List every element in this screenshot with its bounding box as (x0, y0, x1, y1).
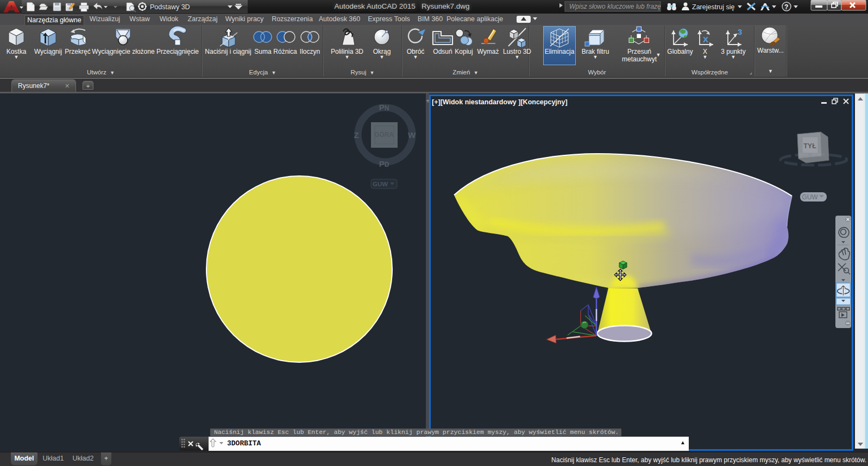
svg-text:?: ? (784, 3, 788, 11)
svg-text:W: W (408, 130, 416, 140)
svg-text:Z: Z (354, 130, 358, 140)
svg-text:PN: PN (379, 103, 389, 112)
svg-text:GUW: GUW (802, 193, 818, 201)
svg-text:TYŁ: TYŁ (803, 142, 816, 150)
svg-text:PD: PD (379, 159, 389, 168)
svg-text:Zarejestruj się: Zarejestruj się (692, 3, 735, 11)
svg-text:GÓRA: GÓRA (374, 130, 394, 138)
svg-text:Podstawy 3D: Podstawy 3D (150, 3, 190, 11)
svg-text:Wpisz słowo kluczowe lub frazę: Wpisz słowo kluczowe lub frazę (569, 3, 661, 10)
svg-text:GUW: GUW (373, 181, 388, 187)
